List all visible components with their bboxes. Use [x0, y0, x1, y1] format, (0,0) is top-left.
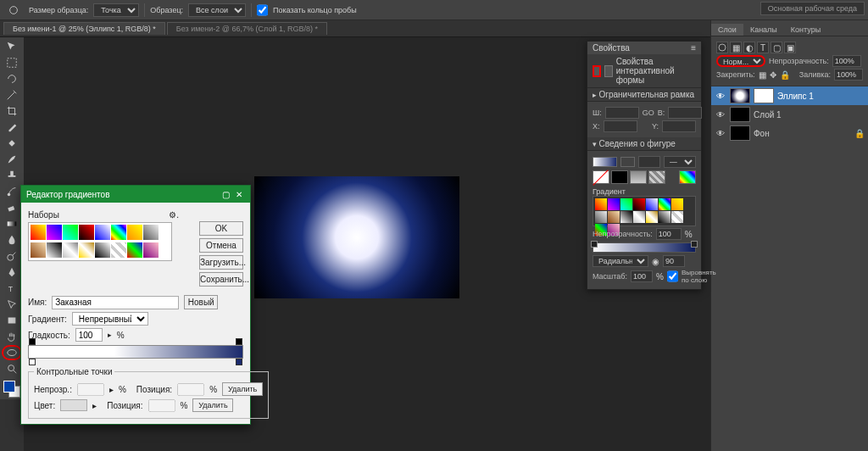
- angle-input[interactable]: [663, 255, 685, 267]
- gradient-swatch[interactable]: [620, 198, 632, 210]
- delete-opacity-stop[interactable]: Удалить: [222, 382, 263, 396]
- stroke-style[interactable]: —: [664, 156, 696, 168]
- filter-smart-icon[interactable]: ▣: [784, 42, 796, 53]
- gradient-swatch[interactable]: [63, 242, 78, 258]
- bb-w[interactable]: [605, 107, 639, 119]
- layer-opacity-input[interactable]: [832, 55, 861, 67]
- lock-all-icon[interactable]: 🔒: [780, 70, 790, 80]
- stop-pos2[interactable]: [148, 399, 175, 412]
- angle-icon[interactable]: ◉: [652, 257, 659, 266]
- bb-x[interactable]: [604, 120, 637, 132]
- dodge-tool[interactable]: [2, 248, 22, 264]
- visibility-icon[interactable]: 👁: [715, 90, 726, 102]
- gradient-swatch[interactable]: [620, 211, 632, 223]
- gradient-swatch[interactable]: [633, 211, 645, 223]
- gradient-swatch[interactable]: [595, 198, 607, 210]
- delete-color-stop[interactable]: Удалить: [192, 398, 233, 412]
- lock-pixels-icon[interactable]: ▦: [759, 70, 766, 80]
- gradient-swatch[interactable]: [671, 198, 683, 210]
- pen-tool[interactable]: [2, 264, 22, 280]
- shape-props-icon[interactable]: [593, 65, 601, 77]
- solid-fill-icon[interactable]: [611, 170, 628, 184]
- gradient-swatch[interactable]: [659, 198, 670, 210]
- mask-props-icon[interactable]: [604, 65, 612, 77]
- healing-tool[interactable]: [2, 136, 22, 151]
- blend-mode-select[interactable]: Норм...: [716, 55, 765, 67]
- color-stop-right[interactable]: [236, 359, 242, 365]
- gradient-swatch[interactable]: [633, 198, 645, 210]
- show-ring-checkbox[interactable]: [257, 3, 268, 17]
- layer-ellipse[interactable]: 👁 Эллипс 1: [711, 86, 868, 105]
- gradient-swatch[interactable]: [31, 242, 46, 258]
- fill-input[interactable]: [834, 69, 863, 81]
- name-input[interactable]: [52, 296, 179, 309]
- gradient-swatch[interactable]: [143, 242, 159, 258]
- ok-button[interactable]: OK: [199, 221, 243, 236]
- layer-thumb[interactable]: [730, 107, 750, 122]
- cancel-button[interactable]: Отмена: [199, 238, 243, 253]
- marquee-tool[interactable]: [2, 55, 22, 70]
- filter-kind-icon[interactable]: [716, 42, 728, 53]
- doc-tab-2[interactable]: Без имени-2 @ 66,7% (Слой 1, RGB/8) *: [167, 22, 327, 35]
- gradient-preview-bar[interactable]: [593, 242, 696, 253]
- close-icon[interactable]: ✕: [233, 188, 245, 200]
- gradient-swatch[interactable]: [608, 211, 620, 223]
- type-tool[interactable]: T: [2, 281, 22, 296]
- gradient-fill-icon[interactable]: [630, 170, 647, 184]
- opacity-stop-left[interactable]: [29, 338, 36, 345]
- gradient-swatch[interactable]: [111, 242, 126, 258]
- pattern-fill-icon[interactable]: [648, 170, 665, 184]
- gradient-edit-bar[interactable]: [28, 345, 243, 359]
- layer-thumb[interactable]: [730, 125, 750, 141]
- visibility-icon[interactable]: 👁: [715, 109, 726, 120]
- gradient-swatch[interactable]: [595, 211, 607, 223]
- no-fill-icon[interactable]: [593, 170, 609, 184]
- opacity-stop-right[interactable]: [236, 338, 242, 345]
- ellipse-tool[interactable]: [2, 345, 22, 360]
- layer-mask-thumb[interactable]: [754, 88, 774, 103]
- bb-h[interactable]: [668, 107, 702, 119]
- filter-adjust-icon[interactable]: ◐: [743, 42, 755, 53]
- eraser-tool[interactable]: [2, 200, 22, 215]
- gradient-swatch[interactable]: [671, 211, 683, 223]
- rectangle-tool[interactable]: [2, 313, 22, 328]
- sample-select[interactable]: Все слои: [188, 3, 246, 17]
- layer-thumb[interactable]: [730, 88, 750, 103]
- load-button[interactable]: Загрузить...: [199, 255, 243, 270]
- hand-tool[interactable]: [2, 329, 22, 344]
- layer-bg[interactable]: 👁 Фон 🔒: [711, 124, 868, 142]
- lock-position-icon[interactable]: ✥: [770, 70, 776, 80]
- sample-size-select[interactable]: Точка: [93, 3, 139, 17]
- bb-y[interactable]: [662, 120, 696, 132]
- gradient-swatch[interactable]: [127, 225, 142, 240]
- type-select[interactable]: Непрерывный: [72, 312, 148, 326]
- zoom-tool[interactable]: [2, 361, 22, 376]
- filter-shape-icon[interactable]: ▢: [771, 42, 782, 53]
- color-swatches[interactable]: [3, 381, 20, 398]
- gradient-swatch[interactable]: [79, 225, 94, 240]
- stroke-swatch[interactable]: [620, 157, 635, 167]
- gradient-swatch[interactable]: [31, 225, 46, 240]
- gradient-swatch[interactable]: [608, 198, 620, 210]
- stop-opacity[interactable]: [77, 383, 104, 396]
- gradient-swatch[interactable]: [95, 225, 110, 240]
- gradient-swatch[interactable]: [79, 242, 94, 258]
- brush-tool[interactable]: [2, 152, 22, 167]
- history-brush-tool[interactable]: [2, 184, 22, 199]
- gradient-swatch[interactable]: [659, 211, 670, 223]
- gradient-swatch[interactable]: [47, 225, 62, 240]
- color-stop-left[interactable]: [29, 359, 36, 365]
- gradient-swatch[interactable]: [143, 225, 159, 240]
- visibility-icon[interactable]: 👁: [715, 127, 726, 139]
- fill-swatch[interactable]: [593, 157, 617, 167]
- gradient-swatch[interactable]: [646, 198, 658, 210]
- move-tool[interactable]: [2, 39, 22, 54]
- blur-tool[interactable]: [2, 232, 22, 248]
- gradient-swatch[interactable]: [63, 225, 78, 240]
- gradient-presets[interactable]: [593, 196, 696, 226]
- gradient-swatch[interactable]: [646, 211, 658, 223]
- gradient-swatch[interactable]: [47, 242, 62, 258]
- gradient-swatch[interactable]: [95, 242, 110, 258]
- presets-menu-icon[interactable]: ⚙.: [169, 210, 179, 220]
- preset-list[interactable]: [28, 222, 172, 261]
